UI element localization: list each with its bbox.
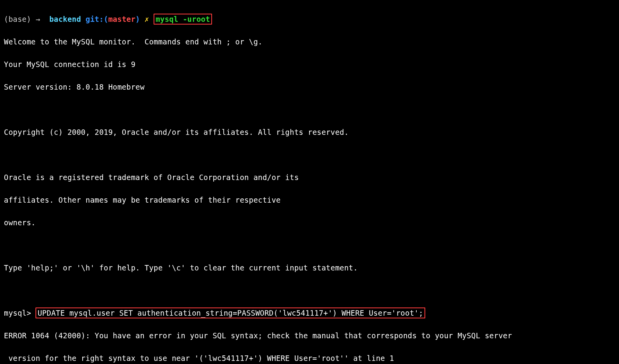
copyright-line: Copyright (c) 2000, 2019, Oracle and/or … — [4, 127, 615, 138]
trademark-line: Oracle is a registered trademark of Orac… — [4, 172, 615, 183]
highlight-box-update: UPDATE mysql.user SET authentication_str… — [35, 307, 425, 318]
trademark-line: owners. — [4, 217, 615, 228]
conda-env: (base) — [4, 15, 31, 23]
error-line: version for the right syntax to use near… — [4, 353, 615, 364]
highlight-box-mysql-login: mysql -uroot — [154, 14, 212, 25]
git-close: ) — [136, 15, 140, 23]
trademark-line: affiliates. Other names may be trademark… — [4, 194, 615, 206]
cmd-update-user: UPDATE mysql.user SET authentication_str… — [37, 309, 423, 317]
git-label: git:( — [86, 15, 108, 23]
mysql-prompt: mysql> — [4, 309, 31, 317]
cmd-mysql-login: mysql -uroot — [156, 15, 210, 23]
dirty-icon: ✗ — [145, 15, 149, 23]
git-branch: master — [108, 15, 136, 23]
shell-prompt-line-1: (base) → backend git:(master) ✗ mysql -u… — [4, 14, 615, 25]
mysql-connection-id: Your MySQL connection id is 9 — [4, 59, 615, 70]
blank-line — [4, 149, 615, 161]
prompt-arrow: → — [35, 15, 40, 23]
mysql-server-version: Server version: 8.0.18 Homebrew — [4, 81, 615, 93]
mysql-welcome-line: Welcome to the MySQL monitor. Commands e… — [4, 36, 615, 48]
terminal-window[interactable]: (base) → backend git:(master) ✗ mysql -u… — [0, 0, 619, 364]
help-hint-line: Type 'help;' or '\h' for help. Type '\c'… — [4, 262, 615, 274]
blank-line — [4, 240, 615, 251]
blank-line — [4, 104, 615, 115]
cwd: backend — [49, 15, 81, 23]
blank-line — [4, 285, 615, 296]
error-line: ERROR 1064 (42000): You have an error in… — [4, 330, 615, 341]
update-command-line: mysql> UPDATE mysql.user SET authenticat… — [4, 307, 615, 319]
